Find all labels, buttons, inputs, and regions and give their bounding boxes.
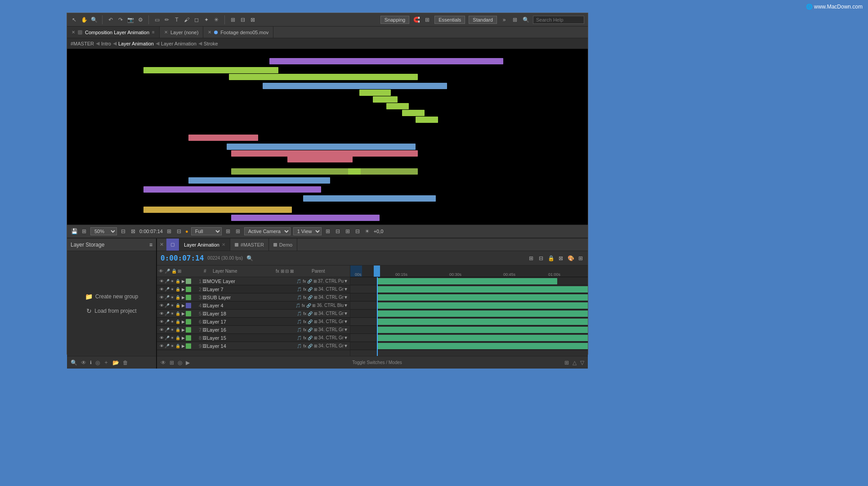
- tl-live-icon[interactable]: ▶: [186, 360, 190, 366]
- link-icon[interactable]: 🔗: [308, 343, 313, 349]
- solo-icon[interactable]: ☀: [170, 335, 175, 341]
- audio-icon[interactable]: 🎤: [164, 287, 170, 292]
- fx-motion-icon[interactable]: 🎵: [297, 295, 302, 300]
- puppet-icon[interactable]: ✳: [213, 16, 220, 23]
- graph-icon[interactable]: ⊠: [249, 16, 256, 23]
- fx-icon[interactable]: fx: [302, 295, 308, 300]
- parent-select[interactable]: ⊞: [313, 295, 318, 300]
- tl-tab-layer-animation[interactable]: Layer Animation ✕: [179, 238, 230, 251]
- fast-preview-icon[interactable]: ⊞: [224, 228, 232, 235]
- playhead-head[interactable]: [374, 266, 380, 277]
- camera-icon[interactable]: 📷: [127, 16, 134, 23]
- timeline-row[interactable]: [350, 302, 588, 310]
- save-frame-icon[interactable]: 💾: [71, 228, 78, 235]
- tl-segment-1[interactable]: [377, 286, 588, 292]
- fx-motion-icon[interactable]: 🎵: [297, 327, 302, 333]
- table-row[interactable]: 👁 🎤 ☀ 🔒 ▶ 1 🖼 MOVE Layer 🎵 fx 🔗 ⊞ 37. CT…: [157, 277, 350, 285]
- brush-icon[interactable]: 🖌: [183, 16, 190, 23]
- tl-tab-demo[interactable]: Demo: [269, 238, 297, 251]
- audio-icon[interactable]: 🎤: [164, 311, 170, 316]
- expand-icon[interactable]: ▶: [180, 319, 186, 324]
- frame-icon[interactable]: ⊞: [166, 228, 173, 235]
- link-icon[interactable]: 🔗: [308, 335, 313, 341]
- table-row[interactable]: 👁 🎤 ☀ 🔒 ▶ 8 🖼 Layer 15 🎵 fx 🔗 ⊞ 34. CTRL…: [157, 334, 350, 342]
- tab-layer[interactable]: ✕ Layer (none): [160, 27, 203, 38]
- parent-select[interactable]: ⊞: [313, 343, 318, 349]
- tab-composition[interactable]: ✕ Composition Layer Animation ≡: [67, 27, 160, 38]
- vis-eye-icon[interactable]: 👁: [159, 279, 164, 284]
- tab-footage[interactable]: ✕ Footage demo05.mov: [203, 27, 273, 38]
- tl-close-icon[interactable]: ✕: [157, 238, 166, 251]
- vis-eye-icon[interactable]: 👁: [159, 287, 164, 292]
- lock-icon[interactable]: 🔒: [175, 279, 180, 284]
- parent-select[interactable]: ⊞: [311, 303, 317, 308]
- timeline-row[interactable]: [350, 342, 588, 350]
- view-options-icon[interactable]: ⊞: [324, 228, 331, 235]
- parent-select[interactable]: ⊞: [313, 319, 318, 324]
- lock-icon[interactable]: 🔒: [175, 343, 180, 349]
- timeline-row[interactable]: [350, 326, 588, 334]
- zoom-select[interactable]: 50% 100% 25%: [90, 227, 117, 235]
- tl-segment-6[interactable]: [377, 327, 588, 333]
- expand-icon[interactable]: ▶: [180, 343, 186, 349]
- table-row[interactable]: 👁 🎤 ☀ 🔒 ▶ 5 🖼 Layer 18 🎵 fx 🔗 ⊞ 34. CTRL…: [157, 310, 350, 318]
- essentials-button[interactable]: Essentials: [434, 16, 465, 24]
- tl-segment-2[interactable]: [377, 294, 588, 301]
- link-icon[interactable]: 🔗: [308, 311, 313, 316]
- view-icon-3[interactable]: ⊞: [344, 228, 351, 235]
- view-icon-2[interactable]: ⊟: [334, 228, 341, 235]
- fx-motion-icon[interactable]: 🎵: [297, 343, 302, 349]
- solo-icon[interactable]: ☀: [170, 319, 175, 324]
- tab-close-layer[interactable]: ✕: [164, 30, 168, 35]
- vis-eye-icon[interactable]: 👁: [159, 319, 164, 324]
- parent-select[interactable]: ⊞: [313, 327, 318, 333]
- lock-icon[interactable]: 🔒: [175, 311, 180, 316]
- undo-icon[interactable]: ↶: [107, 16, 114, 23]
- tl-expand-icon[interactable]: ▽: [580, 360, 584, 366]
- more-icon[interactable]: »: [501, 16, 508, 23]
- timeline-row[interactable]: [350, 318, 588, 326]
- solo-icon[interactable]: ☀: [170, 287, 175, 292]
- fx-motion-icon[interactable]: 🎵: [297, 287, 302, 292]
- vis-eye-icon[interactable]: 👁: [159, 343, 164, 349]
- pen-icon[interactable]: ✏: [163, 16, 170, 23]
- lock-icon[interactable]: 🔒: [175, 287, 180, 292]
- hand-tool-icon[interactable]: ✋: [81, 16, 88, 23]
- tab-options-composition[interactable]: ≡: [152, 30, 155, 35]
- parent-select[interactable]: ⊞: [313, 279, 318, 284]
- solo-icon[interactable]: ☀: [170, 303, 175, 308]
- solo-icon[interactable]: ☀: [170, 311, 175, 316]
- eraser-icon[interactable]: ◻: [193, 16, 200, 23]
- solo-icon[interactable]: ☀: [170, 327, 175, 333]
- folder-add-icon[interactable]: 📂: [112, 360, 119, 366]
- quality-select[interactable]: Full Half Quarter: [191, 227, 222, 235]
- standard-button[interactable]: Standard: [469, 16, 497, 24]
- fx-icon[interactable]: fx: [302, 287, 308, 292]
- tab-close-composition[interactable]: ✕: [72, 30, 75, 35]
- expand-icon[interactable]: ▶: [180, 295, 186, 300]
- delete-icon[interactable]: 🗑: [123, 360, 128, 366]
- solo-icon[interactable]: ☀: [170, 343, 175, 349]
- info-icon[interactable]: ℹ: [90, 360, 92, 365]
- breadcrumb-layer-anim-2[interactable]: Layer Animation: [161, 41, 197, 46]
- snapping-button[interactable]: Snapping: [380, 16, 410, 24]
- table-row[interactable]: 👁 🎤 ☀ 🔒 ▶ 7 🖼 Layer 16 🎵 fx 🔗 ⊞ 34. CTRL…: [157, 326, 350, 334]
- eye-icon-2[interactable]: ◎: [95, 360, 100, 366]
- tl-tab-master[interactable]: #MASTER: [230, 238, 269, 251]
- tl-graph-icon[interactable]: △: [573, 360, 577, 366]
- settings-icon[interactable]: ⚙: [137, 16, 144, 23]
- tl-parent-icon[interactable]: ⊞: [528, 255, 535, 262]
- audio-icon[interactable]: 🎤: [164, 343, 170, 349]
- audio-icon[interactable]: 🎤: [164, 279, 170, 284]
- tl-segment-7[interactable]: [377, 335, 588, 341]
- link-icon[interactable]: 🔗: [308, 319, 313, 324]
- tl-color-icon[interactable]: 🎨: [567, 255, 574, 262]
- tl-segment-8[interactable]: [377, 343, 588, 349]
- lock-icon[interactable]: 🔒: [175, 295, 180, 300]
- table-row[interactable]: 👁 🎤 ☀ 🔒 ▶ 6 🖼 Layer 17 🎵 fx 🔗 ⊞ 34. CTRL…: [157, 318, 350, 326]
- audio-icon[interactable]: 🎤: [164, 335, 170, 341]
- expand-icon[interactable]: ▶: [180, 303, 186, 308]
- breadcrumb-layer-anim-1[interactable]: Layer Animation: [118, 41, 154, 46]
- grid-icon[interactable]: ⊞: [424, 16, 431, 23]
- tl-ruler[interactable]: 00s 00:15s 00:30s 00:45s 01:00s: [350, 266, 588, 277]
